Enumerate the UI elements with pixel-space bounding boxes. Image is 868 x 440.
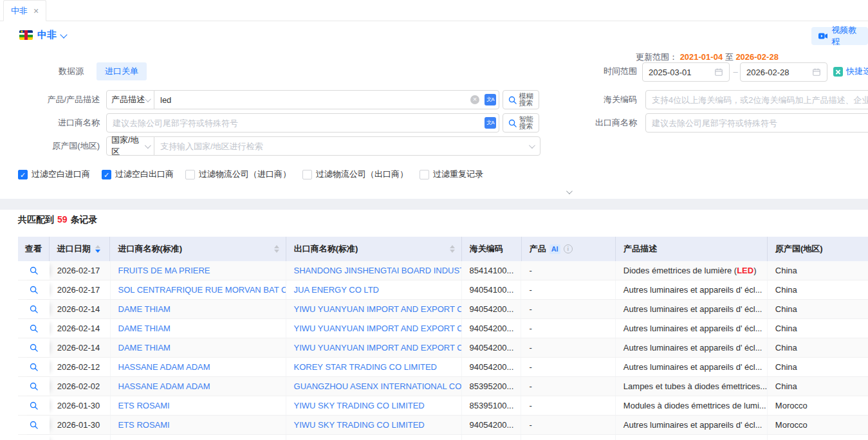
sort-icons[interactable] [450, 245, 455, 253]
origin-region-select[interactable]: 国家/地区 [106, 136, 154, 156]
view-detail-icon[interactable] [29, 285, 39, 295]
importer-name-input[interactable] [106, 113, 499, 133]
table-row: 2026-01-30 ETS ROSAMI YIWU SKY TRADING C… [18, 396, 868, 416]
view-cell [18, 435, 50, 440]
info-icon[interactable] [564, 244, 573, 253]
header-product-label: 产品 [530, 243, 546, 255]
summary-prefix: 共匹配到 [18, 214, 54, 225]
quick-select-icon[interactable] [833, 67, 843, 77]
exporter-link[interactable]: YIWU YUANYUAN IMPORT AND EXPORT C... [286, 319, 462, 338]
results-table: 查看 进口日期 进口商名称(标准) 出口商名称(标准) 海关编码 产品 AI 产… [18, 237, 868, 440]
table-row: 2026-02-17 SOL CENTRAFRIQUE RUE MORVAN B… [18, 280, 868, 300]
update-range-label: 更新范围： [636, 52, 678, 62]
fuzzy-search-button[interactable]: 模糊搜索 [503, 90, 539, 109]
update-range-to: 至 [725, 52, 734, 62]
import-date-cell: 2026-01-30 [50, 396, 111, 415]
update-range-end: 2026-02-28 [735, 52, 779, 62]
importer-link[interactable]: DAME THIAM [111, 338, 286, 357]
exporter-link[interactable]: JUA ENERGY CO LTD [286, 280, 462, 299]
checkbox-filter-logistics-importer[interactable]: 过滤物流公司（进口商） [185, 169, 291, 180]
exporter-link[interactable]: KOREY STAR TRADING CO LIMITED [286, 358, 462, 376]
description-text: Autres luminaires et appareils d' écl... [623, 420, 762, 430]
checkbox-checked-icon[interactable] [18, 170, 28, 179]
header-importer[interactable]: 进口商名称(标准) [110, 237, 286, 261]
ai-badge: AI [549, 244, 560, 254]
importer-link[interactable]: ETS ROSAMI [111, 396, 286, 415]
checkbox-filter-duplicate-records[interactable]: 过滤重复记录 [420, 169, 483, 180]
smart-search-button[interactable]: 智能搜索 [503, 113, 539, 133]
tab-zhongfei[interactable]: 中非 [3, 0, 46, 21]
hs-code-input[interactable] [645, 90, 868, 109]
product-type-select[interactable]: 产品描述 [106, 90, 154, 109]
sort-icons[interactable] [95, 245, 100, 253]
product-cell: - [521, 319, 615, 338]
filter-checkbox-row: 过滤空白进口商 过滤空白出口商 过滤物流公司（进口商） 过滤物流公司（出口商） … [18, 169, 483, 180]
view-detail-icon[interactable] [29, 343, 39, 353]
view-detail-icon[interactable] [29, 304, 39, 314]
close-icon[interactable] [33, 6, 39, 15]
description-cell: Lampes et tubes à diodes émettrices... [616, 377, 768, 396]
chevron-down-icon [566, 188, 572, 194]
view-detail-icon[interactable] [29, 420, 39, 430]
start-date-input[interactable]: 2025-03-01 [642, 62, 730, 82]
view-detail-icon[interactable] [29, 381, 39, 391]
checkbox-unchecked-icon[interactable] [302, 170, 312, 179]
view-detail-icon[interactable] [29, 401, 39, 410]
result-summary: 共匹配到59条记录 [18, 214, 98, 226]
checkbox-filter-blank-importer[interactable]: 过滤空白进口商 [18, 169, 90, 180]
view-detail-icon[interactable] [29, 362, 39, 372]
checkbox-filter-logistics-exporter[interactable]: 过滤物流公司（出口商） [302, 169, 408, 180]
header-import-date[interactable]: 进口日期 [50, 237, 111, 261]
translate-icon[interactable] [485, 94, 496, 105]
description-text: Autres luminaires et appareils d' écl... [623, 324, 762, 333]
importer-link[interactable]: DAME THIAM [111, 300, 286, 318]
importer-link[interactable]: ETS ROSAMI [111, 416, 286, 434]
exporter-link[interactable]: SHANDONG JINSHENGTAI BOARD INDUST... [286, 261, 462, 280]
clear-input-icon[interactable] [470, 95, 479, 104]
header-exporter[interactable]: 出口商名称(标准) [286, 237, 462, 261]
origin-country-input[interactable] [154, 136, 540, 156]
exporter-link[interactable]: YIWU SKY TRADING CO LIMITED [286, 396, 462, 415]
checkbox-unchecked-icon[interactable] [420, 170, 429, 179]
checkbox-unchecked-icon[interactable] [185, 170, 195, 179]
description-cell [616, 435, 768, 440]
checkbox-checked-icon[interactable] [102, 170, 111, 179]
description-cell: Autres luminaires et appareils d' écl... [616, 358, 768, 376]
sort-icons[interactable] [274, 245, 279, 253]
datasource-import-declaration-chip[interactable]: 进口关单 [97, 62, 147, 80]
exporter-link[interactable]: GUANGZHOU ASENX INTERNATIONAL CO ... [286, 377, 462, 396]
description-text: Autres luminaires et appareils d' écl... [623, 304, 762, 314]
exporter-name-input[interactable] [645, 113, 868, 133]
description-cell: Autres luminaires et appareils d' écl... [616, 319, 768, 338]
importer-link[interactable]: SOL CENTRAFRIQUE RUE MORVAN BAT OF... [111, 280, 286, 299]
hs-code-cell: 94054200... [462, 358, 522, 376]
exporter-link[interactable]: YIWU YUANYUAN IMPORT AND EXPORT C... [286, 338, 462, 357]
chevron-down-icon[interactable] [60, 31, 67, 38]
product-search-input[interactable] [154, 90, 499, 109]
importer-link[interactable]: DAME THIAM [111, 319, 286, 338]
collapse-panel-handle[interactable] [543, 188, 593, 198]
table-row: 2026-02-14 DAME THIAM YIWU YUANYUAN IMPO… [18, 338, 868, 358]
checkbox-filter-blank-exporter[interactable]: 过滤空白出口商 [102, 169, 174, 180]
origin-cell: China [768, 358, 868, 376]
product-cell [521, 435, 615, 440]
tab-label: 中非 [11, 5, 28, 17]
view-cell [18, 280, 50, 299]
importer-link[interactable]: FRUITS DE MA PRIERE [111, 261, 286, 280]
translate-icon[interactable] [485, 117, 496, 129]
table-row: 2026-02-02 HASSANE ADAM ADAM GUANGZHOU A… [18, 377, 868, 396]
checkbox-label: 过滤空白出口商 [115, 169, 174, 180]
video-tutorial-button[interactable]: 视频教程 [811, 27, 868, 45]
view-detail-icon[interactable] [29, 266, 39, 275]
import-date-cell: 2026-02-17 [50, 261, 111, 280]
exporter-link[interactable]: YIWU SKY TRADING CO LIMITED [286, 416, 462, 434]
origin-country-label: 原产国(地区) [16, 136, 100, 156]
origin-cell: China [768, 300, 868, 318]
quick-select-link[interactable]: 快捷选择 [846, 62, 868, 81]
country-title[interactable]: 中非 [37, 29, 57, 41]
exporter-link[interactable]: YIWU YUANYUAN IMPORT AND EXPORT C... [286, 300, 462, 318]
importer-link[interactable]: HASSANE ADAM ADAM [111, 358, 286, 376]
view-detail-icon[interactable] [29, 324, 39, 333]
importer-link[interactable]: HASSANE ADAM ADAM [111, 377, 286, 396]
end-date-input[interactable]: 2026-02-28 [740, 62, 827, 82]
